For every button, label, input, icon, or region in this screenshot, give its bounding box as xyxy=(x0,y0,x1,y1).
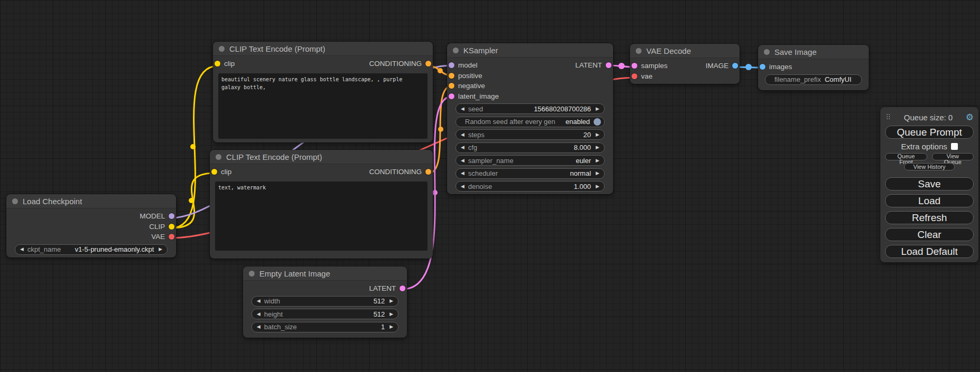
queue-front-button[interactable]: Queue Front xyxy=(885,153,927,160)
input-label-vae: vae xyxy=(641,72,653,80)
output-pin-vae[interactable] xyxy=(169,234,174,240)
node-collapse-dot[interactable] xyxy=(216,154,221,160)
widget-steps[interactable]: ◀ steps 20 ▶ xyxy=(455,129,605,140)
save-button[interactable]: Save xyxy=(885,177,974,190)
input-pin-positive[interactable] xyxy=(449,73,454,79)
input-pin-images[interactable] xyxy=(760,64,765,70)
node-collapse-dot[interactable] xyxy=(249,271,255,276)
view-queue-button[interactable]: View Queue xyxy=(932,153,974,160)
decrement-arrow-icon[interactable]: ◀ xyxy=(461,171,464,176)
node-collapse-dot[interactable] xyxy=(12,198,18,204)
node-header[interactable]: CLIP Text Encode (Prompt) xyxy=(213,42,433,56)
queue-prompt-button[interactable]: Queue Prompt xyxy=(885,126,974,139)
output-pin-model[interactable] xyxy=(169,213,174,219)
extra-options-checkbox[interactable] xyxy=(951,143,958,150)
input-pin-clip[interactable] xyxy=(215,61,220,66)
output-pin-conditioning[interactable] xyxy=(425,61,431,66)
node-header[interactable]: CLIP Text Encode (Prompt) xyxy=(210,150,433,164)
input-pin-latent-image[interactable] xyxy=(449,93,454,99)
widget-label: denoise xyxy=(468,183,492,190)
refresh-button[interactable]: Refresh xyxy=(885,211,974,224)
widget-value: 1 xyxy=(381,323,385,331)
input-label-clip: clip xyxy=(221,168,231,176)
widget-seed[interactable]: ◀ seed 156680208700286 ▶ xyxy=(455,103,605,114)
decrement-arrow-icon[interactable]: ◀ xyxy=(461,158,464,163)
increment-arrow-icon[interactable]: ▶ xyxy=(596,158,599,163)
widget-random-seed-toggle[interactable]: Random seed after every gen enabled xyxy=(455,117,605,127)
clear-button[interactable]: Clear xyxy=(885,228,974,241)
input-pin-vae[interactable] xyxy=(632,73,637,79)
input-pin-model[interactable] xyxy=(449,62,454,68)
load-button[interactable]: Load xyxy=(885,194,974,207)
widget-width[interactable]: ◀ width 512 ▶ xyxy=(251,296,399,307)
increment-arrow-icon[interactable]: ▶ xyxy=(390,299,393,303)
increment-arrow-icon[interactable]: ▶ xyxy=(596,132,599,137)
increment-arrow-icon[interactable]: ▶ xyxy=(390,325,393,329)
node-collapse-dot[interactable] xyxy=(764,49,770,55)
node-collapse-dot[interactable] xyxy=(636,48,642,54)
node-header[interactable]: KSampler xyxy=(447,43,613,58)
node-empty-latent-image: Empty Latent Image LATENT ◀ width 512 ▶ … xyxy=(243,266,407,338)
output-label-vae: VAE xyxy=(151,233,165,241)
widget-value: 8.000 xyxy=(574,144,591,151)
decrement-arrow-icon[interactable]: ◀ xyxy=(20,247,24,252)
prompt-textarea[interactable]: text, watermark xyxy=(215,182,428,251)
node-collapse-dot[interactable] xyxy=(453,47,459,53)
widget-label: cfg xyxy=(468,144,477,151)
output-pin-image[interactable] xyxy=(732,63,738,69)
increment-arrow-icon[interactable]: ▶ xyxy=(596,171,599,176)
increment-arrow-icon[interactable]: ▶ xyxy=(596,107,599,111)
decrement-arrow-icon[interactable]: ◀ xyxy=(461,145,464,150)
output-pin-clip[interactable] xyxy=(169,224,174,230)
load-default-button[interactable]: Load Default xyxy=(885,245,974,258)
widget-label: batch_size xyxy=(264,323,297,331)
node-graph-canvas[interactable]: Load Checkpoint MODEL CLIP VAE ◀ ckpt_na… xyxy=(0,0,980,372)
node-clip-text-encode-positive: CLIP Text Encode (Prompt) clip CONDITION… xyxy=(213,42,433,142)
output-pin-conditioning[interactable] xyxy=(425,169,431,175)
output-pin-latent[interactable] xyxy=(606,62,612,68)
settings-gear-icon[interactable]: ⚙ xyxy=(966,113,974,122)
widget-height[interactable]: ◀ height 512 ▶ xyxy=(251,309,399,319)
widget-denoise[interactable]: ◀ denoise 1.000 ▶ xyxy=(455,181,605,192)
widget-cfg[interactable]: ◀ cfg 8.000 ▶ xyxy=(455,142,605,153)
widget-scheduler[interactable]: ◀ scheduler normal ▶ xyxy=(455,168,605,179)
node-header[interactable]: Empty Latent Image xyxy=(243,266,407,281)
widget-ckpt-name[interactable]: ◀ ckpt_name v1-5-pruned-emaonly.ckpt ▶ xyxy=(15,244,168,255)
input-label-positive: positive xyxy=(458,72,482,80)
increment-arrow-icon[interactable]: ▶ xyxy=(159,247,162,252)
input-pin-negative[interactable] xyxy=(449,83,454,89)
widget-value: 156680208700286 xyxy=(534,105,591,113)
input-pin-samples[interactable] xyxy=(632,63,637,69)
node-header[interactable]: Load Checkpoint xyxy=(6,194,176,208)
widget-label: scheduler xyxy=(468,169,498,177)
widget-sampler-name[interactable]: ◀ sampler_name euler ▶ xyxy=(455,155,605,166)
wire-clip-to-negative-encoder xyxy=(171,173,215,228)
node-collapse-dot[interactable] xyxy=(219,46,225,52)
drag-handle-icon[interactable] xyxy=(887,114,891,120)
widget-filename-prefix[interactable]: filename_prefix ComfyUI xyxy=(765,74,862,85)
increment-arrow-icon[interactable]: ▶ xyxy=(596,184,599,189)
increment-arrow-icon[interactable]: ▶ xyxy=(596,145,599,150)
widget-batch-size[interactable]: ◀ batch_size 1 ▶ xyxy=(251,322,399,332)
wire-midpoint-dot xyxy=(618,63,625,69)
decrement-arrow-icon[interactable]: ◀ xyxy=(461,132,464,137)
node-header[interactable]: Save Image xyxy=(758,45,869,59)
wire-midpoint-dot xyxy=(189,198,194,203)
wire-midpoint-dot xyxy=(438,68,443,73)
node-header[interactable]: VAE Decode xyxy=(630,44,740,58)
decrement-arrow-icon[interactable]: ◀ xyxy=(257,312,260,317)
increment-arrow-icon[interactable]: ▶ xyxy=(390,312,393,317)
input-label-negative: negative xyxy=(458,82,485,90)
node-title: Save Image xyxy=(774,47,817,56)
view-history-button[interactable]: View History xyxy=(904,163,955,170)
output-pin-latent[interactable] xyxy=(400,285,405,291)
decrement-arrow-icon[interactable]: ◀ xyxy=(461,184,464,189)
decrement-arrow-icon[interactable]: ◀ xyxy=(461,107,464,111)
node-clip-text-encode-negative: CLIP Text Encode (Prompt) clip CONDITION… xyxy=(210,150,433,259)
extra-options-label: Extra options xyxy=(901,142,947,151)
decrement-arrow-icon[interactable]: ◀ xyxy=(257,299,260,303)
prompt-textarea[interactable]: beautiful scenery nature glass bottle la… xyxy=(218,73,428,139)
decrement-arrow-icon[interactable]: ◀ xyxy=(257,325,260,329)
toggle-indicator[interactable] xyxy=(594,118,601,126)
input-pin-clip[interactable] xyxy=(211,169,217,175)
